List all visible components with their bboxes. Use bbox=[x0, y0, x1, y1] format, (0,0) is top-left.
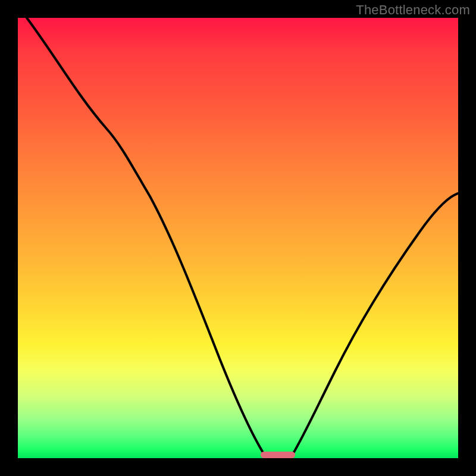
chart-frame: TheBottleneck.com bbox=[0, 0, 476, 476]
bottleneck-curve bbox=[18, 18, 458, 458]
watermark-text: TheBottleneck.com bbox=[356, 2, 470, 18]
plot-area bbox=[18, 18, 458, 458]
curve-left-branch bbox=[27, 18, 267, 458]
curve-right-branch bbox=[290, 193, 458, 458]
bottleneck-range-marker bbox=[261, 452, 295, 458]
